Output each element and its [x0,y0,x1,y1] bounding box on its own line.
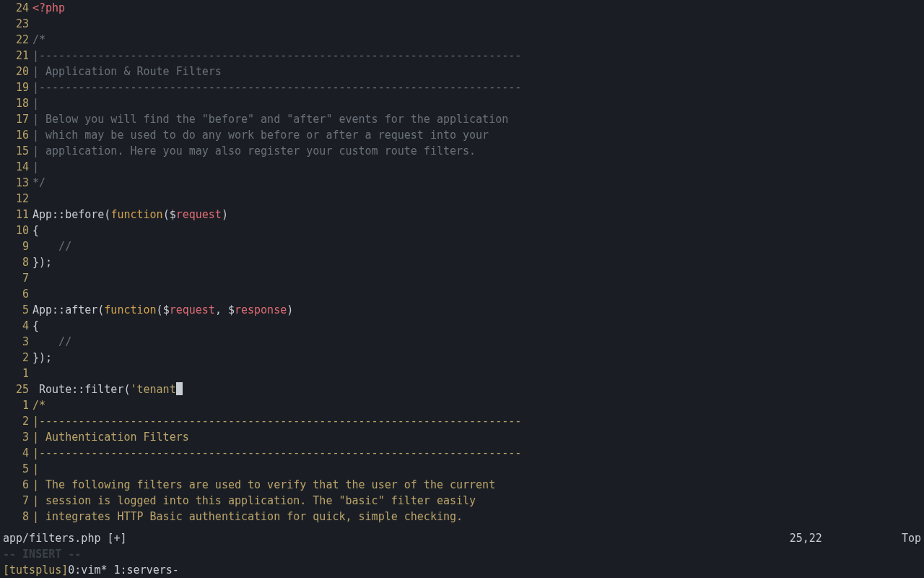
line-content[interactable]: |---------------------------------------… [30,413,924,429]
code-line[interactable]: 8| integrates HTTP Basic authentication … [0,509,924,525]
text-cursor [176,382,183,395]
status-cursor-position: 25,22 [790,530,822,546]
line-content[interactable]: | [30,95,924,111]
line-content[interactable]: | [30,159,924,175]
line-content[interactable]: /* [30,397,924,413]
line-content[interactable] [30,270,924,286]
code-line[interactable]: 6 [0,286,924,302]
line-content[interactable]: /* [30,32,924,48]
line-content[interactable]: | Below you will find the "before" and "… [30,111,924,127]
line-content[interactable]: { [30,223,924,238]
status-filename: app/filters.php [+] [3,530,127,546]
line-number: 5 [0,461,30,477]
code-line[interactable]: 25 Route::filter('tenant [0,381,924,397]
line-content[interactable]: | application. Here you may also registe… [30,143,924,159]
code-line[interactable]: 3| Authentication Filters [0,429,924,445]
line-content[interactable]: // [30,238,924,254]
code-line[interactable]: 5| [0,461,924,477]
code-line[interactable]: 19|-------------------------------------… [0,79,924,95]
code-line[interactable]: 1/* [0,397,924,413]
line-number: 8 [0,254,30,270]
line-content[interactable]: |---------------------------------------… [30,79,924,95]
code-line[interactable]: 12 [0,191,924,207]
code-line[interactable]: 2}); [0,350,924,366]
line-number: 9 [0,238,30,254]
line-content[interactable]: | session is logged into this applicatio… [30,493,924,509]
line-content[interactable] [30,286,924,302]
line-content[interactable]: | integrates HTTP Basic authentication f… [30,509,924,525]
code-line[interactable]: 18| [0,95,924,111]
code-line[interactable]: 3 // [0,334,924,350]
tmux-window-list[interactable]: 0:vim* 1:servers- [68,562,179,578]
line-content[interactable] [30,191,924,207]
line-content[interactable]: */ [30,175,924,191]
code-line[interactable]: 11App::before(function($request) [0,207,924,223]
line-content[interactable]: }); [30,350,924,366]
tmux-status-bar[interactable]: [tutsplus] 0:vim* 1:servers- [0,562,924,578]
code-line[interactable]: 8}); [0,254,924,270]
line-number: 21 [0,48,30,64]
line-number: 6 [0,477,30,493]
line-number: 19 [0,79,30,95]
code-line[interactable]: 24<?php [0,0,924,16]
code-line[interactable]: 7 [0,270,924,286]
code-line[interactable]: 15| application. Here you may also regis… [0,143,924,159]
vim-mode-bar: -- INSERT -- [0,546,924,562]
code-line[interactable]: 6| The following filters are used to ver… [0,477,924,493]
code-line[interactable]: 16| which may be used to do any work bef… [0,127,924,143]
line-number: 4 [0,445,30,461]
line-number: 11 [0,207,30,223]
code-editor[interactable]: 24<?php2322/*21|------------------------… [0,0,924,530]
line-number: 7 [0,493,30,509]
line-number: 14 [0,159,30,175]
line-number: 16 [0,127,30,143]
line-number: 1 [0,366,30,381]
line-number: 6 [0,286,30,302]
code-line[interactable]: 20| Application & Route Filters [0,64,924,79]
code-line[interactable]: 21|-------------------------------------… [0,48,924,64]
line-content[interactable]: | [30,461,924,477]
line-number: 24 [0,0,30,16]
line-content[interactable]: | Application & Route Filters [30,64,924,79]
line-content[interactable]: Route::filter('tenant [30,381,924,397]
code-line[interactable]: 13*/ [0,175,924,191]
line-content[interactable]: <?php [30,0,924,16]
line-content[interactable]: }); [30,254,924,270]
code-line[interactable]: 4{ [0,318,924,334]
line-number: 2 [0,413,30,429]
code-line[interactable]: 23 [0,16,924,32]
code-line[interactable]: 7| session is logged into this applicati… [0,493,924,509]
line-content[interactable]: | The following filters are used to veri… [30,477,924,493]
code-line[interactable]: 5App::after(function($request, $response… [0,302,924,318]
line-number: 17 [0,111,30,127]
line-number: 12 [0,191,30,207]
line-content[interactable]: // [30,334,924,350]
code-line[interactable]: 4|--------------------------------------… [0,445,924,461]
line-content[interactable]: |---------------------------------------… [30,48,924,64]
code-line[interactable]: 17| Below you will find the "before" and… [0,111,924,127]
line-number: 8 [0,509,30,525]
line-content[interactable]: | which may be used to do any work befor… [30,127,924,143]
line-number: 3 [0,334,30,350]
line-number: 20 [0,64,30,79]
line-content[interactable]: { [30,318,924,334]
line-content[interactable]: App::before(function($request) [30,207,924,223]
code-line[interactable]: 9 // [0,238,924,254]
code-line[interactable]: 2|--------------------------------------… [0,413,924,429]
status-scroll: Top [902,530,921,546]
code-line[interactable]: 1 [0,366,924,381]
code-line[interactable]: 14| [0,159,924,175]
line-number: 25 [0,381,30,397]
line-content[interactable]: App::after(function($request, $response) [30,302,924,318]
line-number: 4 [0,318,30,334]
line-number: 3 [0,429,30,445]
line-number: 22 [0,32,30,48]
line-content[interactable] [30,16,924,32]
line-content[interactable]: | Authentication Filters [30,429,924,445]
line-content[interactable] [30,366,924,381]
code-line[interactable]: 10{ [0,223,924,238]
vim-status-bar: app/filters.php [+] 25,22 Top [0,530,924,546]
code-line[interactable]: 22/* [0,32,924,48]
line-content[interactable]: |---------------------------------------… [30,445,924,461]
vim-mode-text: -- INSERT -- [3,546,81,562]
